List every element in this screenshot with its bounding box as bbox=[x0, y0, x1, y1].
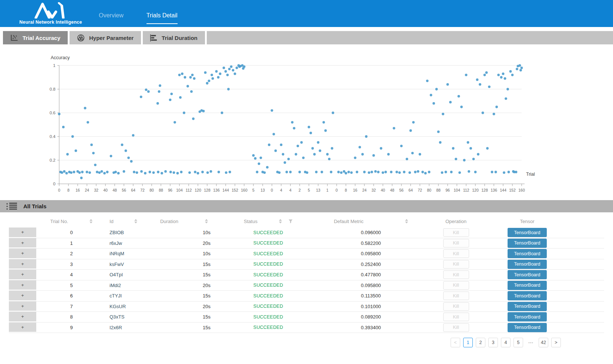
column-header-default-metric[interactable]: Default Metric bbox=[324, 215, 418, 228]
wheel-icon bbox=[77, 34, 85, 42]
kill-button[interactable]: Kill bbox=[443, 281, 469, 290]
kill-button[interactable]: Kill bbox=[443, 302, 469, 311]
cell-id: ZBIOB bbox=[107, 228, 155, 238]
column-header-status[interactable]: Status bbox=[213, 215, 324, 228]
svg-text:0.8: 0.8 bbox=[50, 87, 55, 91]
column-label: Tensor bbox=[520, 219, 534, 224]
svg-text:88: 88 bbox=[159, 188, 163, 192]
cell-trial-no: 5 bbox=[36, 280, 107, 291]
tab-trial-duration[interactable]: Trial Duration bbox=[143, 31, 205, 44]
svg-text:40: 40 bbox=[103, 188, 108, 192]
kill-button[interactable]: Kill bbox=[443, 270, 469, 279]
top-nav: OverviewTrials Detail bbox=[99, 0, 178, 27]
cell-operation: Kill bbox=[418, 228, 494, 238]
svg-text:1: 1 bbox=[326, 188, 329, 192]
row-trailing-spacer bbox=[560, 249, 604, 259]
tensorboard-button[interactable]: TensorBoard bbox=[508, 302, 547, 311]
kill-button[interactable]: Kill bbox=[443, 239, 469, 247]
cell-default-metric: 0.252400 bbox=[324, 259, 418, 270]
column-header-id[interactable]: Id bbox=[107, 215, 155, 228]
row-expand-button[interactable]: + bbox=[9, 228, 36, 238]
svg-text:136: 136 bbox=[491, 188, 497, 192]
tensorboard-button[interactable]: TensorBoard bbox=[508, 228, 547, 237]
nni-logo-icon bbox=[33, 2, 68, 18]
cell-default-metric: 0.089200 bbox=[324, 312, 418, 322]
pagination-page-4[interactable]: 4 bbox=[501, 338, 511, 347]
filter-icon[interactable] bbox=[289, 219, 293, 223]
pagination-next-button[interactable]: > bbox=[551, 338, 561, 347]
svg-text:2: 2 bbox=[299, 188, 301, 192]
row-expand-button[interactable]: + bbox=[9, 323, 36, 333]
row-expand-button[interactable]: + bbox=[9, 280, 36, 291]
cell-operation: Kill bbox=[418, 312, 494, 322]
svg-text:80: 80 bbox=[427, 188, 431, 192]
tensorboard-button[interactable]: TensorBoard bbox=[508, 281, 547, 290]
kill-button[interactable]: Kill bbox=[443, 313, 469, 321]
row-trailing-spacer bbox=[560, 228, 604, 238]
tab-hyper-parameter[interactable]: Hyper Parameter bbox=[70, 31, 141, 44]
cell-default-metric: 0.095800 bbox=[324, 280, 418, 291]
row-expand-button[interactable]: + bbox=[9, 312, 36, 322]
tab-trial-accuracy[interactable]: Trial Accuracy bbox=[3, 31, 68, 44]
tensorboard-button[interactable]: TensorBoard bbox=[508, 323, 547, 332]
cell-duration: 10s bbox=[155, 228, 213, 238]
kill-button[interactable]: Kill bbox=[443, 260, 469, 269]
tensorboard-button[interactable]: TensorBoard bbox=[508, 260, 547, 269]
sort-icon[interactable] bbox=[134, 219, 137, 223]
cell-trial-no: 0 bbox=[36, 228, 107, 238]
row-expand-button[interactable]: + bbox=[9, 270, 36, 280]
svg-text:0: 0 bbox=[271, 188, 273, 192]
pagination-page-5[interactable]: 5 bbox=[513, 338, 523, 347]
row-expand-button[interactable]: + bbox=[9, 259, 36, 270]
column-header-duration[interactable]: Duration bbox=[155, 215, 213, 228]
kill-button[interactable]: Kill bbox=[443, 228, 469, 237]
all-trials-title: All Trials bbox=[23, 203, 47, 209]
cell-status: SUCCEEDED bbox=[213, 323, 324, 333]
pagination-page-42[interactable]: 42 bbox=[539, 338, 548, 347]
svg-text:32: 32 bbox=[371, 188, 376, 192]
cell-id: iNRqM bbox=[107, 249, 155, 259]
sort-icon[interactable] bbox=[279, 219, 282, 223]
cell-id: r6xJw bbox=[107, 238, 155, 249]
row-trailing-spacer bbox=[560, 270, 604, 280]
svg-text:64: 64 bbox=[131, 188, 135, 192]
tensorboard-button[interactable]: TensorBoard bbox=[508, 291, 547, 300]
row-expand-button[interactable]: + bbox=[9, 301, 36, 312]
pagination-page-1[interactable]: 1 bbox=[463, 338, 473, 347]
column-header-trial-no-[interactable]: Trial No. bbox=[36, 215, 107, 228]
cell-id: iMdi2 bbox=[107, 280, 155, 291]
tensorboard-button[interactable]: TensorBoard bbox=[508, 249, 547, 258]
row-expand-button[interactable]: + bbox=[9, 291, 36, 301]
sort-icon[interactable] bbox=[90, 219, 92, 223]
tensorboard-button[interactable]: TensorBoard bbox=[508, 270, 547, 279]
cell-tensor: TensorBoard bbox=[494, 259, 560, 270]
row-trailing-spacer bbox=[560, 238, 604, 249]
sort-icon[interactable] bbox=[205, 219, 208, 223]
row-trailing-spacer bbox=[560, 323, 604, 333]
cell-default-metric: 0.113500 bbox=[324, 291, 418, 301]
kill-button[interactable]: Kill bbox=[443, 249, 469, 258]
row-expand-button[interactable]: + bbox=[9, 249, 36, 259]
svg-text:72: 72 bbox=[418, 188, 422, 192]
cell-id: O4TpI bbox=[107, 270, 155, 280]
svg-text:152: 152 bbox=[509, 188, 516, 192]
tensorboard-button[interactable]: TensorBoard bbox=[508, 312, 547, 321]
cell-duration: 15s bbox=[155, 323, 213, 333]
cell-id: Q3xTS bbox=[107, 312, 155, 322]
table-row: +9I2x6R15sSUCCEEDED0.393400KillTensorBoa… bbox=[9, 323, 604, 333]
svg-text:104: 104 bbox=[176, 188, 183, 192]
tensorboard-button[interactable]: TensorBoard bbox=[508, 239, 547, 248]
cell-status: SUCCEEDED bbox=[213, 270, 324, 280]
pagination-page-2[interactable]: 2 bbox=[476, 338, 485, 347]
nav-overview[interactable]: Overview bbox=[99, 12, 124, 27]
kill-button[interactable]: Kill bbox=[443, 291, 469, 300]
pagination-page-3[interactable]: 3 bbox=[488, 338, 498, 347]
column-label: Operation bbox=[445, 219, 467, 224]
sort-icon[interactable] bbox=[405, 219, 408, 223]
cell-duration: 20s bbox=[155, 238, 213, 249]
row-expand-button[interactable]: + bbox=[9, 238, 36, 249]
kill-button[interactable]: Kill bbox=[443, 323, 469, 332]
tab-strip-filler bbox=[207, 31, 613, 44]
svg-text:4: 4 bbox=[289, 188, 292, 192]
nav-trials-detail[interactable]: Trials Detail bbox=[146, 12, 178, 24]
